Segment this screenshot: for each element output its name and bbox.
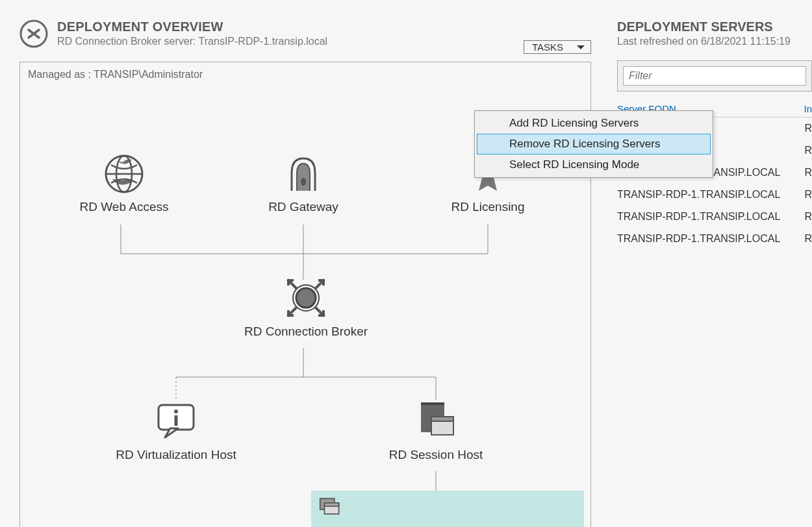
node-label-broker: RD Connection Broker — [222, 325, 390, 339]
server-col-in: R — [799, 167, 812, 178]
broker-hub-icon — [285, 276, 327, 319]
node-rd-session-host[interactable]: RD Session Host — [358, 400, 514, 462]
node-label-licensing: RD Licensing — [423, 200, 553, 214]
server-row[interactable]: TRANSIP-RDP-1.TRANSIP.LOCALR — [617, 228, 812, 250]
node-label-session-host: RD Session Host — [358, 448, 514, 462]
server-fqdn: TRANSIP-RDP-1.TRANSIP.LOCAL — [617, 233, 799, 245]
node-rd-web-access[interactable]: RD Web Access — [59, 153, 189, 214]
tasks-label: TASKS — [532, 42, 563, 53]
svg-rect-21 — [175, 415, 178, 426]
svg-point-17 — [296, 288, 316, 308]
session-collection-tile[interactable]: TransIP... — [311, 491, 584, 527]
tasks-dropdown[interactable]: TASKS — [524, 40, 591, 54]
speech-info-icon — [155, 400, 197, 443]
managed-as-label: Managed as : TRANSIP\Administrator — [20, 62, 590, 87]
overview-subtitle: RD Connection Broker server: TransIP-RDP… — [57, 36, 514, 47]
servers-title: DEPLOYMENT SERVERS — [617, 19, 812, 34]
licensing-context-menu: Add RD Licensing ServersRemove RD Licens… — [474, 110, 713, 178]
svg-point-20 — [174, 410, 178, 413]
server-fqdn: TRANSIP-RDP-1.TRANSIP.LOCAL — [617, 211, 799, 223]
server-col-in: R — [799, 211, 812, 223]
svg-point-14 — [301, 178, 306, 186]
context-menu-item[interactable]: Select RD Licensing Mode — [477, 154, 711, 175]
chevron-down-icon — [576, 44, 585, 51]
servers-subtitle: Last refreshed on 6/18/2021 11:15:19 — [617, 36, 812, 47]
svg-rect-28 — [325, 503, 339, 506]
node-rd-gateway[interactable]: RD Gateway — [238, 153, 368, 214]
node-label-web-access: RD Web Access — [59, 200, 189, 214]
server-row[interactable]: TRANSIP-RDP-1.TRANSIP.LOCALR — [617, 184, 812, 206]
globe-icon — [103, 153, 145, 195]
node-rd-connection-broker[interactable]: RD Connection Broker — [222, 276, 390, 339]
node-label-gateway: RD Gateway — [238, 200, 368, 214]
server-col-in: R — [799, 189, 812, 201]
collection-icon — [319, 497, 341, 515]
server-col-in: R — [799, 145, 812, 156]
column-header-in[interactable]: In — [799, 103, 812, 114]
node-rd-virtualization-host[interactable]: RD Virtualization Host — [92, 400, 260, 462]
server-row[interactable]: TRANSIP-RDP-1.TRANSIP.LOCALR — [617, 206, 812, 228]
windows-stack-icon — [414, 400, 457, 443]
server-fqdn: TRANSIP-RDP-1.TRANSIP.LOCAL — [617, 189, 799, 201]
gateway-arch-icon — [283, 153, 324, 195]
overview-title: DEPLOYMENT OVERVIEW — [57, 19, 514, 34]
svg-rect-25 — [431, 417, 453, 421]
servers-filter-input[interactable] — [623, 66, 806, 86]
svg-rect-23 — [421, 402, 444, 405]
context-menu-item[interactable]: Add RD Licensing Servers — [477, 113, 711, 134]
server-col-in: R — [799, 233, 812, 245]
context-menu-item[interactable]: Remove RD Licensing Servers — [477, 134, 711, 154]
deployment-overview-icon — [19, 19, 48, 50]
node-label-virt-host: RD Virtualization Host — [92, 448, 260, 462]
server-col-in: R — [799, 123, 812, 134]
